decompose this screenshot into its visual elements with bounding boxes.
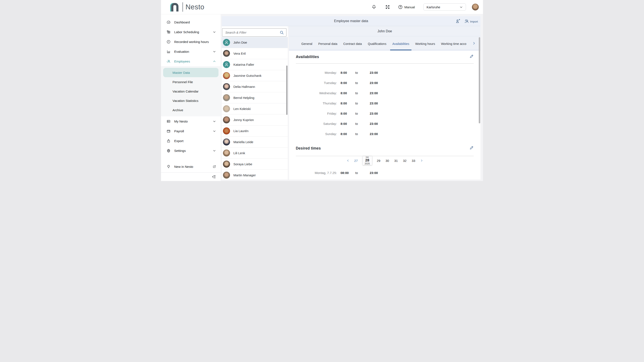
chevron-down-icon <box>213 120 216 123</box>
sidebar-subitem-personnel-file[interactable]: Personnel File <box>161 77 221 87</box>
detail-tabs: General Personal data Contract data Qual… <box>289 36 480 50</box>
sidebar-item-payroll[interactable]: Payroll <box>161 126 221 136</box>
sidebar-item-label: Dashboard <box>174 20 190 24</box>
desired-times-rows: Montag, 7.7.25: 08:00 to 23:00 <box>296 168 474 178</box>
employee-list-scrollbar[interactable] <box>286 65 288 115</box>
week-33[interactable]: 33 <box>412 159 416 163</box>
employee-name: Len Koleiski <box>234 107 251 111</box>
employee-row[interactable]: John Doe <box>222 37 288 48</box>
availability-row: Saturday: 8:00 to 23:00 <box>296 119 474 129</box>
sidebar-item-labor-scheduling[interactable]: Labor Scheduling <box>161 27 221 37</box>
edit-desired-times-pencil-icon[interactable] <box>469 146 474 150</box>
tab-working-time-account[interactable]: Working time acco <box>439 36 468 50</box>
employee-row[interactable]: Bernd Helpling <box>222 92 288 103</box>
tabs-overflow-chevron-right-icon[interactable] <box>472 36 476 50</box>
next-week-chevron-right-icon[interactable] <box>420 159 423 162</box>
user-avatar[interactable] <box>472 3 479 10</box>
edit-availabilities-pencil-icon[interactable] <box>469 54 474 58</box>
tab-personal-data[interactable]: Personal data <box>316 36 340 50</box>
availability-row: Tuesday: 8:00 to 23:00 <box>296 78 474 88</box>
sidebar-subitem-vacation-calendar[interactable]: Vacation Calendar <box>161 87 221 96</box>
search-area <box>222 26 288 37</box>
kw-label: kW <box>366 156 369 158</box>
week-30[interactable]: 30 <box>385 159 390 163</box>
person-placeholder-avatar <box>223 39 230 46</box>
tab-availabilities[interactable]: Availabilities <box>390 36 412 50</box>
schedule-grid-icon <box>166 30 170 34</box>
chevron-down-icon <box>213 50 216 53</box>
day-label: Tuesday: <box>296 81 337 85</box>
lightbulb-icon <box>166 165 170 169</box>
external-link-icon <box>213 165 216 168</box>
availability-row: Wednesday: 8:00 to 23:00 <box>296 88 474 98</box>
employee-row[interactable]: Katarina Faller <box>222 59 288 70</box>
to-word: to <box>355 81 370 85</box>
sidebar-item-my-nesto[interactable]: My Nesto <box>161 116 221 126</box>
import-employees-button[interactable]: Import <box>464 19 478 23</box>
week-29[interactable]: 29 <box>376 159 381 163</box>
search-icon[interactable] <box>280 30 284 35</box>
detail-panel-scrollbar[interactable] <box>479 37 480 123</box>
day-label: Thursday: <box>296 101 337 105</box>
employee-row[interactable]: Soraya Liebe <box>222 159 288 170</box>
employee-row[interactable]: Lili Lenk <box>222 148 288 159</box>
sidebar-subitem-vacation-statistics[interactable]: Vacation Statistics <box>161 96 221 105</box>
notifications-bell-icon[interactable] <box>372 5 376 9</box>
gear-icon <box>166 149 170 153</box>
employee-row[interactable]: Lia Laurén <box>222 126 288 137</box>
sidebar-item-evaluation[interactable]: Evaluation <box>161 47 221 56</box>
day-label: Wednesday: <box>296 91 337 95</box>
week-32[interactable]: 32 <box>403 159 407 163</box>
collapse-sidebar-icon[interactable] <box>212 175 216 179</box>
desired-time-row: Montag, 7.7.25: 08:00 to 23:00 <box>296 168 474 178</box>
until-time: 23:00 <box>370 101 474 105</box>
week-31[interactable]: 31 <box>394 159 398 163</box>
employee-row[interactable]: Delia Hallmann <box>222 81 288 92</box>
day-label: Friday: <box>296 112 337 115</box>
employee-name: Vera Ertl <box>234 52 246 55</box>
tab-working-hours[interactable]: Working hours <box>413 36 437 50</box>
tab-contract-data[interactable]: Contract data <box>341 36 364 50</box>
photo-avatar <box>223 116 230 123</box>
sidebar-item-dashboard[interactable]: Dashboard <box>161 17 221 27</box>
employee-row[interactable]: Mariella Leide <box>222 137 288 148</box>
day-label: Montag, 7.7.25: <box>296 171 337 175</box>
until-time: 23:00 <box>370 112 474 115</box>
day-label: Saturday: <box>296 122 337 126</box>
location-select[interactable]: Karlsruhe <box>423 3 466 11</box>
sidebar-item-recorded-working-hours[interactable]: Recorded working hours <box>161 37 221 47</box>
to-word: to <box>355 112 370 115</box>
week-27[interactable]: 27 <box>354 159 358 163</box>
employee-row[interactable]: Vera Ertl <box>222 48 288 59</box>
availabilities-rows: Monday: 8:00 to 23:00 Tuesday: 8:00 to 2… <box>296 67 474 139</box>
to-word: to <box>355 91 370 95</box>
manual-help-link[interactable]: Manual <box>398 5 415 9</box>
previous-week-chevron-left-icon[interactable] <box>346 159 350 162</box>
sidebar-item-label: Payroll <box>174 129 184 133</box>
sidebar-subitem-master-data[interactable]: Master Data <box>163 68 218 77</box>
employee-name: Mariella Leide <box>234 140 253 144</box>
to-word: to <box>355 71 370 74</box>
sidebar-subitem-archive[interactable]: Archive <box>161 105 221 115</box>
tab-qualifications[interactable]: Qualifications <box>366 36 388 50</box>
sidebar-item-employees[interactable]: Employees <box>161 56 221 66</box>
add-employee-button[interactable] <box>456 19 460 23</box>
location-selected-value: Karlsruhe <box>426 5 440 9</box>
gauge-icon <box>166 20 170 24</box>
photo-avatar <box>223 150 230 157</box>
week-28-selected[interactable]: kW 28 2025 <box>363 156 372 165</box>
search-input[interactable] <box>222 28 286 37</box>
sidebar-item-new-in-nesto[interactable]: New in Nesto <box>161 162 221 172</box>
employee-row[interactable]: Jonny Kuprion <box>222 114 288 126</box>
sidebar-item-settings[interactable]: Settings <box>161 146 221 156</box>
sidebar-footer <box>161 172 221 181</box>
employee-row[interactable]: Jasmine Gutschank <box>222 70 288 81</box>
employee-row[interactable]: Martin Manager <box>222 170 288 180</box>
sidebar-item-export[interactable]: Export <box>161 136 221 146</box>
tab-general[interactable]: General <box>299 36 314 50</box>
top-header: Nesto <box>161 0 483 14</box>
fullscreen-icon[interactable] <box>385 5 390 9</box>
availability-row: Thursday: 8:00 to 23:00 <box>296 98 474 108</box>
employee-row[interactable]: Len Koleiski <box>222 103 288 114</box>
day-label: Sunday: <box>296 132 337 136</box>
